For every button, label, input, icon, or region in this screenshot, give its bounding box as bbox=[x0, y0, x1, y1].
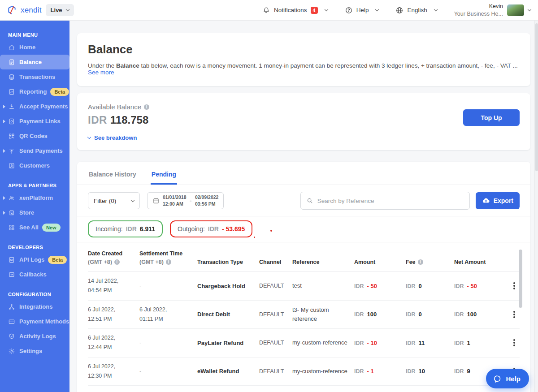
sidebar-item-callbacks[interactable]: Callbacks bbox=[0, 267, 69, 282]
balance-value: 118.758 bbox=[110, 114, 148, 126]
sidebar-item-reporting[interactable]: ReportingBeta bbox=[0, 84, 69, 99]
top-up-button[interactable]: Top Up bbox=[463, 109, 520, 126]
tab-balance-history[interactable]: Balance History bbox=[88, 171, 137, 185]
incoming-total-badge: Incoming: IDR 6.911 bbox=[88, 220, 163, 237]
row-menu-button[interactable] bbox=[509, 309, 520, 320]
money-value: - 50 bbox=[467, 283, 477, 289]
date-range-picker[interactable]: 01/01/2018 12:00 AM - 02/09/2022 03:56 P… bbox=[147, 192, 224, 209]
cell-fee: IDR0 bbox=[406, 283, 454, 289]
info-icon[interactable] bbox=[418, 259, 423, 265]
currency-label: IDR bbox=[354, 311, 364, 318]
bell-icon bbox=[262, 6, 270, 14]
sidebar-section: APPS & PARTNERSxenPlatformStoreSee AllNe… bbox=[0, 183, 69, 235]
info-icon[interactable] bbox=[144, 104, 149, 110]
filter-dropdown[interactable]: Filter (0) bbox=[88, 192, 140, 209]
transactions-icon bbox=[8, 73, 15, 81]
sidebar-item-api-logs[interactable]: API LogsBeta bbox=[0, 252, 69, 267]
sidebar-item-label: Payment Links bbox=[19, 118, 61, 125]
ledger-table: Date Created (GMT +8) Settlement Time (G… bbox=[77, 242, 530, 392]
sidebar-item-accept-payments[interactable]: Accept Payments bbox=[0, 99, 69, 114]
cell-amount: IDR100 bbox=[354, 311, 406, 318]
account-menu[interactable]: Kevin Your Business He... bbox=[454, 3, 531, 17]
page-scrollbar-thumb[interactable] bbox=[535, 23, 538, 171]
sidebar-section-title: DEVELOPERS bbox=[0, 245, 69, 252]
money-value: - 1 bbox=[367, 368, 374, 375]
sidebar-item-integrations[interactable]: Integrations bbox=[0, 299, 69, 314]
sidebar-item-see-all[interactable]: See AllNew bbox=[0, 220, 69, 235]
info-icon[interactable] bbox=[166, 259, 171, 265]
chevron-down-icon bbox=[375, 8, 379, 11]
table-row: 6 Jul 2022,12:51 PM6 Jul 2022,01:11 PMDi… bbox=[88, 301, 520, 329]
sidebar-section: DEVELOPERSAPI LogsBetaCallbacks bbox=[0, 245, 69, 282]
sidebar-item-home[interactable]: Home bbox=[0, 40, 69, 55]
search-input[interactable] bbox=[317, 198, 464, 204]
environment-selector[interactable]: Live bbox=[46, 4, 74, 16]
row-menu-button[interactable] bbox=[509, 280, 520, 291]
environment-label: Live bbox=[51, 7, 62, 13]
cell-amount: IDR- 10 bbox=[354, 340, 406, 346]
cell-transaction-type: eWallet Refund bbox=[197, 368, 259, 375]
see-more-link[interactable]: See more bbox=[88, 69, 114, 76]
notifications-menu[interactable]: Notifications 4 bbox=[262, 6, 328, 14]
cell-net-amount: IDR1 bbox=[454, 340, 507, 346]
sidebar-item-send-payments[interactable]: Send Payments bbox=[0, 143, 69, 158]
kebab-icon bbox=[513, 342, 515, 344]
currency-label: IDR bbox=[354, 368, 364, 375]
money-value: 1 bbox=[467, 340, 470, 346]
beta-badge: Beta bbox=[48, 256, 67, 264]
cell-reference: t3- My customreference bbox=[292, 306, 354, 323]
sidebar-item-activity-logs[interactable]: Activity Logs bbox=[0, 329, 69, 344]
cell-settlement-time: - bbox=[139, 338, 197, 348]
sidebar-item-payment-links[interactable]: Payment Links bbox=[0, 114, 69, 129]
sidebar-section-title: CONFIGURATION bbox=[0, 292, 69, 299]
currency-label: IDR bbox=[406, 368, 416, 375]
balance-icon bbox=[8, 59, 15, 66]
cell-amount: IDR- 1 bbox=[354, 368, 406, 375]
store-icon bbox=[8, 209, 15, 216]
row-menu-button[interactable] bbox=[509, 337, 520, 348]
sidebar-item-settings[interactable]: Settings bbox=[0, 344, 69, 358]
logo-text: xendit bbox=[21, 6, 42, 15]
cell-fee: IDR10 bbox=[406, 368, 454, 375]
cloud-export-icon bbox=[482, 197, 490, 205]
sidebar-item-xenplatform[interactable]: xenPlatform bbox=[0, 190, 69, 205]
help-fab-button[interactable]: Help bbox=[486, 369, 529, 388]
cell-date-created: 6 Jul 2022,12:44 PM bbox=[88, 333, 139, 353]
tab-pending[interactable]: Pending bbox=[151, 171, 177, 185]
sidebar-item-label: QR Codes bbox=[19, 133, 48, 139]
intro-description: Under the Balance tab below, each row is… bbox=[88, 62, 520, 76]
chat-bubble-icon bbox=[493, 375, 502, 383]
sidebar-item-qr-codes[interactable]: QR Codes bbox=[0, 129, 69, 143]
cell-date-created: 14 Jul 2022,04:54 PM bbox=[88, 276, 139, 296]
see-all-icon bbox=[8, 224, 15, 231]
expand-arrow-icon bbox=[3, 196, 5, 200]
language-menu[interactable]: English bbox=[395, 6, 437, 14]
table-row: 14 Jul 2022,04:54 PM-Chargeback HoldDEFA… bbox=[88, 272, 520, 301]
table-scrollbar-thumb[interactable] bbox=[519, 250, 522, 308]
sidebar-item-balance[interactable]: Balance bbox=[0, 55, 69, 69]
sidebar-section: CONFIGURATIONIntegrationsPayment Methods… bbox=[0, 292, 69, 358]
currency-label: IDR bbox=[454, 368, 464, 375]
sidebar-item-payment-methods[interactable]: Payment Methods bbox=[0, 314, 69, 329]
sidebar-item-label: Settings bbox=[19, 348, 42, 354]
brand: xendit Live bbox=[7, 4, 74, 16]
see-breakdown-link[interactable]: See breakdown bbox=[88, 134, 137, 141]
col-settlement-time: Settlement Time (GMT +8) bbox=[139, 250, 197, 265]
help-menu[interactable]: Help bbox=[345, 6, 379, 14]
date-range-start: 01/01/2018 12:00 AM bbox=[163, 194, 187, 207]
info-icon[interactable] bbox=[114, 259, 120, 265]
top-right-nav: Notifications 4 Help English bbox=[262, 3, 531, 17]
cell-channel: DEFAULT bbox=[259, 340, 292, 346]
currency-label: IDR bbox=[454, 283, 464, 289]
sidebar-item-customers[interactable]: Customers bbox=[0, 158, 69, 173]
sidebar-item-label: Reporting bbox=[19, 88, 47, 95]
sidebar-item-transactions[interactable]: Transactions bbox=[0, 69, 69, 84]
cell-channel: DEFAULT bbox=[259, 368, 292, 375]
sidebar-item-store[interactable]: Store bbox=[0, 205, 69, 220]
callbacks-icon bbox=[8, 271, 15, 278]
export-button[interactable]: Export bbox=[476, 192, 520, 209]
cell-transaction-type: PayLater Refund bbox=[197, 340, 259, 346]
notifications-count-badge: 4 bbox=[311, 7, 318, 14]
page-scrollbar[interactable] bbox=[534, 21, 538, 392]
cell-channel: DEFAULT bbox=[259, 283, 292, 289]
